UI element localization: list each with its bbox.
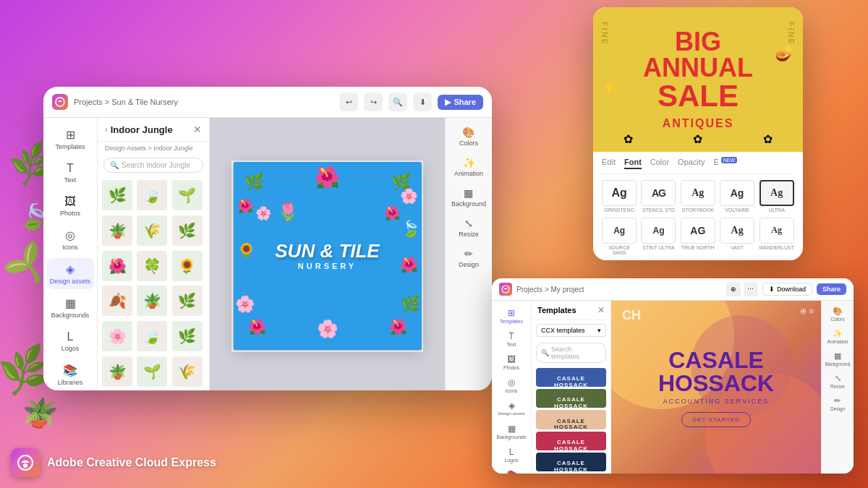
br-templates-dropdown[interactable]: CCX templates ▾ [536,324,606,337]
close-icon[interactable]: ✕ [193,124,202,135]
font-item-wanderlust[interactable]: Ag WANDERLUST [759,218,794,256]
asset-item-13[interactable]: 🍃 [137,321,167,351]
asset-item-1[interactable]: 🍃 [137,180,167,210]
tab-edit[interactable]: Edit [602,158,616,169]
tab-opacity[interactable]: Opacity [678,158,705,169]
br-sidebar-logos[interactable]: L Logos [493,444,529,466]
font-preview-wanderlust: Ag [760,218,794,244]
font-item-stencil[interactable]: AG STENCIL STD [641,180,676,213]
poster-big-text: BIG [643,29,753,55]
br-right-resize[interactable]: ⤡ Resize [828,372,847,391]
sidebar-item-photos[interactable]: 🖼 Photos [47,191,94,221]
asset-item-11[interactable]: 🌿 [172,286,203,316]
sidebar-item-templates[interactable]: ⊞ Templates [47,124,94,155]
redo-button[interactable]: ↪ [364,93,383,111]
br-sidebar-templates[interactable]: ⊞ Templates [493,305,529,327]
back-arrow-icon[interactable]: ‹ [105,125,108,134]
asset-item-3[interactable]: 🪴 [102,215,132,246]
sidebar-item-text[interactable]: T Text [47,158,94,188]
br-download-button[interactable]: ⬇ Download [762,283,812,296]
font-item-grinsteno[interactable]: Ag GRINSTENO [602,180,637,213]
br-template-item-3[interactable]: CASALE HOSSACK [536,432,606,450]
share-button[interactable]: ▶ Share [438,95,483,110]
asset-item-8[interactable]: 🌻 [172,251,203,281]
poster-fine-right: FINE [787,22,796,46]
sidebar-item-libraries[interactable]: 📚 Libraries [47,359,94,390]
br-panel-title: Templates [537,306,576,314]
br-panel-close-icon[interactable]: ✕ [597,305,605,315]
asset-item-9[interactable]: 🍂 [102,286,132,316]
br-cta-button[interactable]: GET STARTED [681,412,751,427]
animation-icon: ✨ [463,157,475,168]
asset-item-15[interactable]: 🪴 [102,356,132,387]
asset-item-17[interactable]: 🌾 [172,356,203,387]
decor-flower-icon-1: ✿ [624,132,633,146]
asset-item-7[interactable]: 🍀 [137,251,167,281]
asset-item-2[interactable]: 🌱 [172,180,203,210]
asset-item-4[interactable]: 🌾 [137,215,167,246]
right-tool-background[interactable]: ▦ Background [448,184,489,210]
font-item-true-north[interactable]: AG TRUE NORTH [681,218,715,256]
asset-item-0[interactable]: 🌿 [102,180,132,210]
right-sidebar: 🎨 Colors ✨ Animation ▦ Background ⤡ Resi… [445,118,492,390]
asset-item-12[interactable]: 🌸 [102,321,132,351]
font-grid: Ag GRINSTENO AG STENCIL STD Ag STORYBOOK… [602,180,794,256]
sidebar-item-icons[interactable]: ◎ Icons [47,224,94,255]
svg-point-3 [23,463,27,468]
br-sidebar-icons[interactable]: ◎ Icons [493,374,529,396]
menu-icon[interactable]: ≡ [809,307,814,316]
br-sidebar-backgrounds[interactable]: ▦ Backgrounds [493,421,529,442]
right-tool-animation[interactable]: ✨ Animation [451,154,486,180]
br-sidebar-libraries[interactable]: 📚 Libraries [493,467,529,474]
search-icon-btn[interactable]: 🔍 [388,93,407,111]
font-item-voltaire[interactable]: Ag VOLTAIRE [720,180,754,213]
right-tool-colors[interactable]: 🎨 Colors [456,124,481,150]
br-templates-icon: ⊞ [508,308,515,318]
br-icons-row: ⊕ ≡ [800,307,814,316]
tab-font[interactable]: Font [624,158,642,169]
br-template-item-4[interactable]: CASALE HOSSACK [536,453,606,471]
br-template-item-2[interactable]: Casale Hossack [536,410,606,429]
zoom-icon[interactable]: ⊕ [800,307,807,316]
undo-button[interactable]: ↩ [339,93,358,111]
assets-title: Indoor Jungle [111,124,173,135]
asset-item-16[interactable]: 🌱 [137,356,167,387]
tab-color[interactable]: Color [650,158,669,169]
br-icon-btn-2[interactable]: ⋯ [744,282,758,296]
br-canvas: CH ⊕ ≡ CASALE HOSSACK ACCOUNTING SERVICE… [611,301,821,474]
font-item-storybook[interactable]: Ag STORYBOOK [681,180,715,213]
br-sidebar-design-assets[interactable]: ◈ Design assets [493,398,529,419]
asset-item-6[interactable]: 🌺 [102,251,132,281]
br-icon-btn-1[interactable]: ⊕ [726,282,741,296]
br-share-button[interactable]: Share [817,283,846,295]
br-template-item-0[interactable]: CASALE HOSSACK [536,368,606,387]
font-item-source-sans[interactable]: Ag SOURCE SANS [602,218,637,256]
br-sidebar-text[interactable]: T Text [493,328,529,350]
br-right-animation[interactable]: ✨ Animation [825,327,851,346]
font-item-stint-ultra[interactable]: Ag STINT ULTRA [641,218,676,256]
br-logos-icon: L [509,447,514,457]
sidebar-item-logos[interactable]: L Logos [47,326,94,356]
asset-item-10[interactable]: 🪴 [137,286,167,316]
br-search-input[interactable]: 🔍 Search templates [536,343,606,363]
br-right-design[interactable]: ✏ Design [828,394,847,414]
asset-item-5[interactable]: 🌿 [172,215,203,246]
tab-new[interactable]: E [713,158,737,169]
font-item-ultra[interactable]: Ag ULTRA [759,180,794,213]
asset-item-14[interactable]: 🌿 [172,321,203,351]
assets-search[interactable]: 🔍 Search Indoor Jungle [103,158,203,173]
br-right-colors[interactable]: 🎨 Colors [829,304,847,324]
sidebar-item-design-assets[interactable]: ◈ Design assets [47,258,94,289]
font-item-vast[interactable]: Ag VAST [720,218,754,256]
br-sidebar-photos[interactable]: 🖼 Photos [493,351,529,373]
right-tool-design[interactable]: ✏ Design [456,245,482,271]
sidebar-item-backgrounds[interactable]: ▦ Backgrounds [47,292,94,323]
assets-breadcrumb: Design Assets > Indoor Jungle [98,142,209,155]
br-app-logo [499,283,512,296]
br-libraries-icon: 📚 [506,470,517,474]
br-right-background[interactable]: ▦ Background [823,349,853,369]
br-template-item-1[interactable]: CASALE HOSSACK [536,389,606,408]
right-tool-resize[interactable]: ⤡ Resize [456,215,482,241]
download-icon-btn[interactable]: ⬇ [413,93,432,111]
font-preview-grinsteno: Ag [602,180,637,206]
